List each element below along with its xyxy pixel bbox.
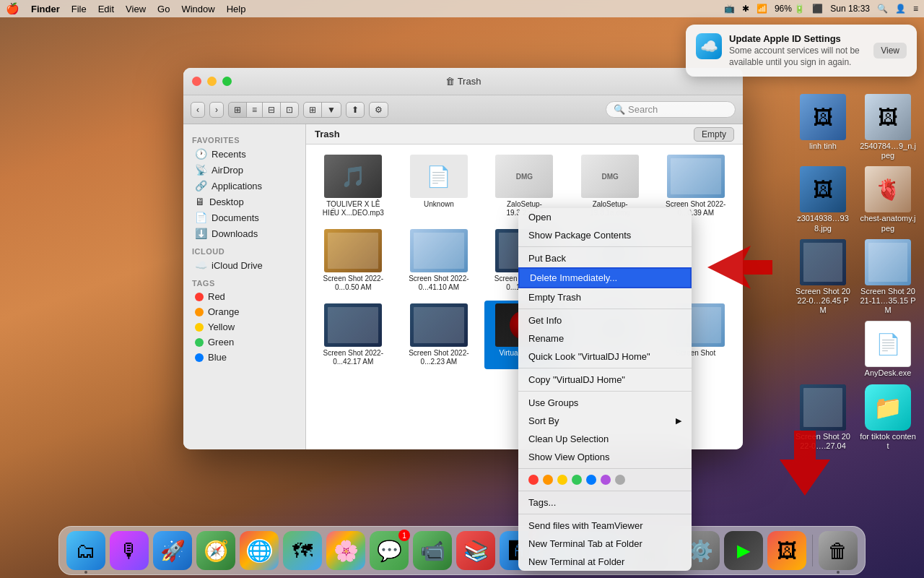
menu-edit[interactable]: Edit: [98, 4, 114, 14]
ctx-empty-trash[interactable]: Empty Trash: [518, 288, 692, 306]
menu-file[interactable]: File: [71, 4, 87, 14]
sidebar-tag-green[interactable]: Green: [186, 335, 302, 350]
menu-view[interactable]: View: [126, 4, 146, 14]
sidebar-item-downloads[interactable]: ⬇️ Downloads: [186, 225, 302, 241]
menubar: 🍎 Finder File Edit View Go Window Help 📺…: [0, 0, 924, 17]
dock-messages[interactable]: 💬 1: [370, 531, 409, 570]
menu-go[interactable]: Go: [157, 4, 170, 14]
sidebar-tag-orange[interactable]: Orange: [186, 304, 302, 319]
ctx-tags[interactable]: Tags...: [518, 493, 692, 512]
window-close-button[interactable]: [192, 77, 201, 86]
ctx-color-red[interactable]: [528, 475, 539, 485]
dock-launchpad[interactable]: 🚀: [153, 531, 192, 570]
desktop-icon-tiktok[interactable]: 📁 for tiktok content: [859, 384, 917, 451]
back-button[interactable]: ‹: [191, 102, 205, 118]
desktop-icon-anatomy[interactable]: 🫀 chest-anatomy.jpeg: [859, 166, 917, 233]
menu-extras[interactable]: ⬛: [812, 4, 823, 14]
ctx-quick-look[interactable]: Quick Look "VirtualDJ Home": [518, 348, 692, 366]
menubar-list-icon[interactable]: ≡: [913, 4, 918, 14]
dock-facetime[interactable]: 📹: [413, 531, 452, 570]
file-item-ss6[interactable]: Screen Shot 2022-0...42.17 AM: [313, 301, 393, 369]
apple-logo-icon[interactable]: 🍎: [6, 2, 19, 15]
sidebar-tag-blue[interactable]: Blue: [186, 350, 302, 365]
dock-trash[interactable]: 🗑: [819, 531, 858, 570]
column-view-button[interactable]: ⊟: [263, 103, 281, 117]
ctx-color-yellow[interactable]: [557, 475, 567, 485]
dock-preview[interactable]: 🖼: [767, 531, 806, 570]
ctx-show-view[interactable]: Show View Options: [518, 448, 692, 466]
desktop-icon-ss2[interactable]: Screen Shot 2021-11…35.15 PM: [859, 239, 917, 316]
dock-safari[interactable]: 🧭: [196, 531, 235, 570]
notif-view-button[interactable]: View: [873, 43, 907, 59]
ctx-color-gray[interactable]: [615, 475, 625, 485]
sidebar-item-icloud[interactable]: ☁️ iCloud Drive: [186, 257, 302, 273]
search-box[interactable]: 🔍 Search: [606, 101, 736, 118]
sidebar-tag-red[interactable]: Red: [186, 289, 302, 304]
icon-view-button[interactable]: ⊞: [229, 103, 247, 117]
ctx-color-blue[interactable]: [586, 475, 596, 485]
desktop-icon-ss3[interactable]: Screen Shot 2022-0….27.04: [794, 384, 852, 451]
sidebar-item-documents[interactable]: 📄 Documents: [186, 210, 302, 225]
dock-photos[interactable]: 🌸: [326, 531, 365, 570]
ctx-color-green[interactable]: [572, 475, 582, 485]
file-item-ss2[interactable]: Screen Shot 2022-0...0.50 AM: [313, 226, 393, 295]
ctx-use-groups[interactable]: Use Groups: [518, 394, 692, 412]
dock-finder[interactable]: 🗂: [66, 531, 105, 570]
window-minimize-button[interactable]: [207, 77, 217, 86]
dock-maps[interactable]: 🗺: [283, 531, 322, 570]
gallery-view-button[interactable]: ⊡: [281, 103, 298, 117]
desktop-icon-ss1[interactable]: Screen Shot 2022-0…26.45 PM: [794, 239, 852, 316]
documents-icon: 📄: [195, 212, 207, 223]
ctx-color-purple[interactable]: [601, 475, 611, 485]
unknown-icon: 📄: [410, 155, 468, 198]
action-button[interactable]: ⚙: [369, 102, 388, 118]
forward-button[interactable]: ›: [209, 102, 224, 118]
search-menubar-icon[interactable]: 🔍: [877, 4, 888, 14]
list-view-button[interactable]: ≡: [247, 103, 263, 117]
ctx-teamviewer[interactable]: Send files with TeamViewer: [518, 517, 692, 535]
user-avatar[interactable]: 👤: [895, 4, 906, 14]
ctx-color-orange[interactable]: [543, 475, 553, 485]
share-button[interactable]: ⬆: [346, 102, 365, 118]
view-options-button[interactable]: ▼: [322, 103, 341, 117]
dock-chrome[interactable]: 🌐: [240, 531, 279, 570]
desktop-icon-anydesk[interactable]: 📄 AnyDesk.exe: [859, 321, 917, 378]
datetime: Sun 18:33: [830, 4, 870, 14]
sidebar-item-recents[interactable]: 🕐 Recents: [186, 146, 302, 162]
desktop-icon-jpeg1[interactable]: 🖼 2540784…9_n.jpeg: [859, 94, 917, 160]
menu-help[interactable]: Help: [227, 4, 246, 14]
file-item-mp3[interactable]: 🎵 TOULIVER X LÊ HIẾU X...DEO.mp3: [313, 152, 393, 220]
file-item-ss7[interactable]: Screen Shot 2022-0...2.23 AM: [399, 301, 479, 369]
menu-window[interactable]: Window: [181, 4, 214, 14]
empty-trash-button[interactable]: Empty: [694, 127, 734, 142]
dock-books[interactable]: 📚: [456, 531, 495, 570]
ctx-rename[interactable]: Rename: [518, 329, 692, 348]
wifi-icon[interactable]: 📶: [757, 4, 767, 14]
recents-icon: 🕐: [195, 148, 207, 160]
ctx-delete-immediately[interactable]: Delete Immediately...: [518, 267, 692, 288]
file-item-unknown[interactable]: 📄 Unknown: [399, 152, 479, 220]
group-view-button[interactable]: ⊞: [304, 103, 322, 117]
dock-siri[interactable]: 🎙: [110, 531, 149, 570]
ctx-new-terminal[interactable]: New Terminal at Folder: [518, 553, 692, 571]
bluetooth-icon[interactable]: ✱: [742, 4, 749, 14]
dmg2-icon: DMG: [581, 155, 639, 198]
sidebar-item-applications[interactable]: 🔗 Applications: [186, 178, 302, 194]
ctx-sort-by[interactable]: Sort By ▶: [518, 412, 692, 430]
dock-iterm[interactable]: ▶: [724, 531, 763, 570]
file-item-ss3[interactable]: Screen Shot 2022-0...41.10 AM: [399, 226, 479, 295]
desktop-icon-jpeg2[interactable]: 🖼 z3014938…938.jpg: [794, 166, 852, 233]
window-maximize-button[interactable]: [222, 77, 232, 86]
ctx-new-terminal-tab[interactable]: New Terminal Tab at Folder: [518, 535, 692, 553]
ctx-copy[interactable]: Copy "VirtualDJ Home": [518, 371, 692, 389]
ctx-show-package[interactable]: Show Package Contents: [518, 226, 692, 244]
sidebar-item-airdrop[interactable]: 📡 AirDrop: [186, 162, 302, 178]
ctx-clean-up[interactable]: Clean Up Selection: [518, 430, 692, 448]
sidebar-item-desktop[interactable]: 🖥 Desktop: [186, 194, 302, 210]
menu-finder[interactable]: Finder: [31, 4, 60, 14]
ctx-put-back[interactable]: Put Back: [518, 249, 692, 267]
sidebar-tag-yellow[interactable]: Yellow: [186, 319, 302, 335]
ctx-get-info[interactable]: Get Info: [518, 311, 692, 329]
desktop-icon-linhtinh[interactable]: 🖼 linh tinh: [794, 94, 852, 160]
ctx-open[interactable]: Open: [518, 208, 692, 226]
